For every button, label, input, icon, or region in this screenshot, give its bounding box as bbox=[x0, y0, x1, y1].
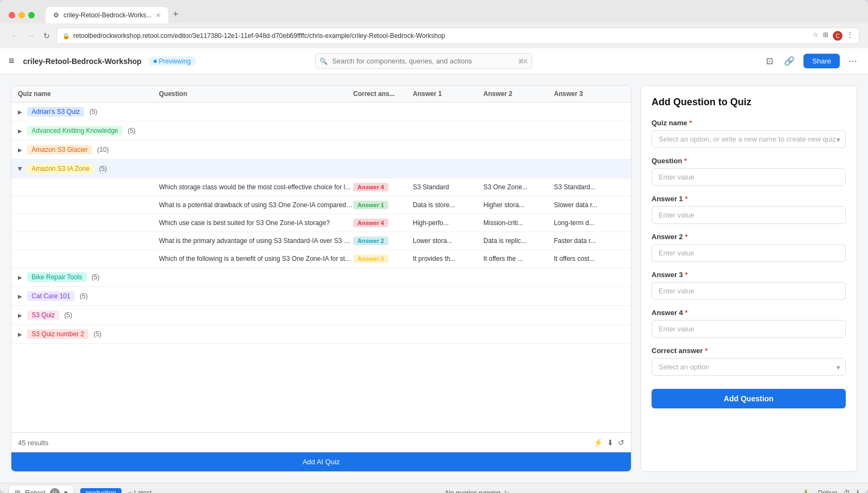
required-indicator: * bbox=[685, 233, 687, 241]
quiz-badge: Cat Care 101 bbox=[27, 291, 74, 301]
group-row-bike[interactable]: ▶ Bike Repair Tools (5) bbox=[11, 268, 631, 287]
group-row-catcare[interactable]: ▶ Cat Care 101 (5) bbox=[11, 287, 631, 306]
info-icon[interactable]: ℹ bbox=[857, 489, 859, 494]
table-panel: Quiz name Question Correct ans... Answer… bbox=[11, 85, 631, 472]
col-correct-ans: Correct ans... bbox=[353, 90, 413, 98]
cell-answer2: Data is replic... bbox=[483, 237, 554, 245]
extension-icon[interactable]: ⊞ bbox=[823, 31, 828, 41]
download-icon[interactable]: ⬇ bbox=[607, 438, 614, 447]
previewing-badge: Previewing bbox=[148, 56, 196, 66]
menu-icon[interactable]: ⋮ bbox=[847, 31, 853, 41]
col-answer3: Answer 3 bbox=[554, 90, 624, 98]
cell-answer2: S3 One Zone... bbox=[483, 183, 554, 191]
chevron-right-icon: ▶ bbox=[18, 109, 22, 115]
browser-tab[interactable]: ⚙ criley-Retool-Bedrock-Works... ✕ bbox=[46, 7, 168, 23]
answer-badge: Answer 4 bbox=[353, 183, 388, 191]
maximize-button[interactable] bbox=[28, 12, 35, 18]
table-row[interactable]: Which storage class would be the most co… bbox=[11, 178, 631, 196]
more-options-icon[interactable]: ⋯ bbox=[846, 54, 859, 68]
answer1-label: Answer 1 * bbox=[652, 195, 846, 203]
table-header: Quiz name Question Correct ans... Answer… bbox=[11, 86, 631, 103]
bookmark-icon[interactable]: ☆ bbox=[813, 31, 819, 41]
cell-correct: Answer 2 bbox=[353, 236, 413, 245]
results-count: 45 results bbox=[18, 439, 48, 447]
col-question: Question bbox=[159, 90, 353, 98]
right-panel: Add Question to Quiz Quiz name * Select … bbox=[640, 85, 857, 472]
answer2-label: Answer 2 * bbox=[652, 233, 846, 241]
refresh-icon[interactable]: ↺ bbox=[618, 438, 624, 447]
correct-answer-select[interactable]: Select an option Answer 1 Answer 2 Answe… bbox=[652, 358, 846, 376]
cell-answer3: Long-term d... bbox=[554, 219, 624, 227]
cell-question: Which use case is best suited for S3 One… bbox=[159, 219, 353, 227]
address-bar[interactable]: 🔒 retoolbedrockworkshop.retool.com/edito… bbox=[56, 28, 859, 44]
answer1-input[interactable] bbox=[652, 206, 846, 224]
group-row-glacier[interactable]: ▶ Amazon S3 Glacier (10) bbox=[11, 140, 631, 159]
address-icons: ☆ ⊞ C ⋮ bbox=[813, 31, 853, 41]
answer4-input[interactable] bbox=[652, 320, 846, 338]
cell-answer2: It offers the ... bbox=[483, 255, 554, 262]
table-row[interactable]: Which of the following is a benefit of u… bbox=[11, 250, 631, 268]
answer-badge: Answer 3 bbox=[353, 254, 388, 263]
cell-question: What is the primary advantage of using S… bbox=[159, 237, 353, 245]
panel-title: Add Question to Quiz bbox=[652, 97, 846, 108]
table-row[interactable]: What is the primary advantage of using S… bbox=[11, 232, 631, 250]
new-tab-button[interactable]: + bbox=[168, 7, 183, 22]
quiz-badge: Amazon S3 Glacier bbox=[27, 145, 92, 155]
answer2-group: Answer 2 * bbox=[652, 233, 846, 262]
table-row[interactable]: What is a potential drawback of using S3… bbox=[11, 196, 631, 214]
status-area: No queries running ↻ bbox=[158, 489, 797, 494]
quiz-badge: Bike Repair Tools bbox=[27, 272, 86, 282]
minimize-button[interactable] bbox=[18, 12, 25, 18]
group-label: ▶ Amazon S3 Glacier (10) bbox=[18, 145, 159, 155]
question-input[interactable] bbox=[652, 168, 846, 186]
tab-favicon: ⚙ bbox=[53, 11, 59, 19]
reload-button[interactable]: ↻ bbox=[41, 29, 52, 42]
toolbar-search: 🔍 ⌘K bbox=[315, 53, 532, 69]
retool-icon: ⊞ bbox=[15, 489, 21, 493]
answer2-input[interactable] bbox=[652, 244, 846, 262]
clock-icon[interactable]: ⏱ bbox=[844, 489, 850, 494]
quiz-name-select[interactable]: Select an option, or write a new name to… bbox=[652, 130, 846, 148]
share-button[interactable]: Share bbox=[803, 54, 840, 68]
chevron-right-icon: ▶ bbox=[18, 274, 22, 280]
correct-answer-group: Correct answer * Select an option Answer… bbox=[652, 347, 846, 376]
close-button[interactable] bbox=[9, 12, 15, 18]
group-row-knitting[interactable]: ▶ Advanced Knitting Knowledge (5) bbox=[11, 121, 631, 140]
required-indicator: * bbox=[684, 157, 687, 165]
group-row-s3quiz2[interactable]: ▶ S3 Quiz number 2 (5) bbox=[11, 325, 631, 344]
debug-label[interactable]: Debug bbox=[818, 489, 837, 494]
table-row[interactable]: Which use case is best suited for S3 One… bbox=[11, 214, 631, 232]
group-row-iazone[interactable]: ▶ Amazon S3 IA Zone (5) bbox=[11, 159, 631, 178]
add-ai-quiz-button[interactable]: Add AI Quiz bbox=[11, 452, 631, 471]
link-icon[interactable]: 🔗 bbox=[782, 54, 797, 68]
group-row-s3quiz[interactable]: ▶ S3 Quiz (5) bbox=[11, 306, 631, 325]
previewing-label: Previewing bbox=[159, 57, 191, 65]
bug-icon: 🐛 bbox=[803, 489, 812, 494]
chevron-right-icon: ▶ bbox=[18, 312, 22, 318]
bottom-right: 🐛 Debug ⏱ ℹ bbox=[803, 489, 859, 494]
quiz-table: Quiz name Question Correct ans... Answer… bbox=[11, 86, 631, 432]
add-question-button[interactable]: Add Question bbox=[652, 389, 846, 408]
search-input[interactable] bbox=[315, 53, 532, 69]
env-badge[interactable]: production bbox=[80, 488, 122, 494]
group-row-adrians[interactable]: ▶ Adrian's S3 Quiz (5) bbox=[11, 103, 631, 121]
answer4-group: Answer 4 * bbox=[652, 309, 846, 338]
answer3-input[interactable] bbox=[652, 282, 846, 300]
quiz-name-select-wrap: Select an option, or write a new name to… bbox=[652, 130, 846, 148]
chevron-right-icon: ▶ bbox=[18, 293, 22, 299]
group-label: ▶ Bike Repair Tools (5) bbox=[18, 272, 159, 282]
profile-icon[interactable]: C bbox=[833, 31, 843, 41]
quiz-count: (5) bbox=[93, 330, 101, 338]
required-indicator: * bbox=[685, 195, 687, 203]
quiz-count: (5) bbox=[92, 273, 100, 281]
quiz-count: (5) bbox=[80, 292, 88, 300]
cell-answer1: S3 Standard bbox=[413, 183, 483, 191]
filter-icon[interactable]: ⚡ bbox=[593, 438, 603, 447]
layout-icon[interactable]: ⊡ bbox=[764, 54, 775, 68]
back-button[interactable]: ← bbox=[9, 29, 21, 42]
tab-close-icon[interactable]: ✕ bbox=[156, 12, 161, 19]
forward-button[interactable]: → bbox=[25, 29, 37, 42]
cell-answer2: Mission-criti... bbox=[483, 219, 554, 227]
quiz-badge: Amazon S3 IA Zone bbox=[27, 164, 94, 174]
cell-answer3: It offers cost... bbox=[554, 255, 624, 262]
